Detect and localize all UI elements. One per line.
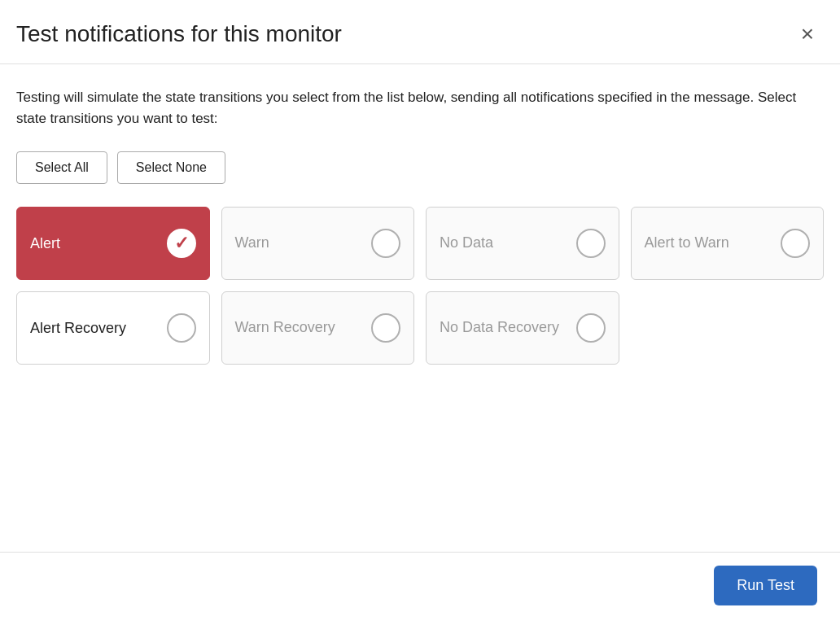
modal-title: Test notifications for this monitor	[16, 21, 342, 47]
modal-footer: Run Test	[0, 553, 840, 625]
option-alert[interactable]: Alert	[16, 207, 210, 280]
modal: Test notifications for this monitor × Te…	[0, 0, 840, 625]
description-text: Testing will simulate the state transiti…	[16, 87, 814, 129]
option-warn-recovery-radio	[371, 313, 400, 343]
modal-header: Test notifications for this monitor ×	[0, 0, 840, 63]
option-warn[interactable]: Warn	[221, 207, 415, 280]
option-warn-label: Warn	[235, 234, 269, 252]
option-alert-radio	[167, 229, 196, 258]
run-test-button[interactable]: Run Test	[714, 566, 817, 605]
options-row1: Alert Warn No Data Alert to Warn	[16, 207, 824, 280]
option-no-data-recovery[interactable]: No Data Recovery	[426, 291, 619, 365]
option-no-data-label: No Data	[440, 234, 493, 252]
option-alert-label: Alert	[30, 235, 60, 252]
option-warn-recovery-label: Warn Recovery	[235, 318, 335, 337]
option-alert-to-warn[interactable]: Alert to Warn	[631, 207, 825, 280]
select-none-button[interactable]: Select None	[117, 151, 225, 184]
option-no-data-recovery-radio	[576, 313, 606, 343]
option-alert-to-warn-label: Alert to Warn	[645, 234, 729, 252]
modal-body: Testing will simulate the state transiti…	[0, 64, 840, 552]
option-alert-recovery[interactable]: Alert Recovery	[16, 291, 210, 365]
close-button[interactable]: ×	[798, 20, 817, 49]
option-alert-to-warn-radio	[781, 229, 810, 258]
option-alert-recovery-label: Alert Recovery	[30, 320, 126, 337]
option-warn-radio	[371, 229, 400, 258]
options-row2: Alert Recovery Warn Recovery No Data Rec…	[16, 291, 824, 365]
select-all-button[interactable]: Select All	[16, 151, 107, 184]
option-no-data-recovery-label: No Data Recovery	[440, 318, 559, 337]
option-alert-recovery-radio	[167, 313, 196, 343]
option-no-data[interactable]: No Data	[426, 207, 619, 280]
select-buttons-group: Select All Select None	[16, 151, 824, 184]
option-no-data-radio	[576, 229, 606, 258]
option-warn-recovery[interactable]: Warn Recovery	[221, 291, 415, 365]
